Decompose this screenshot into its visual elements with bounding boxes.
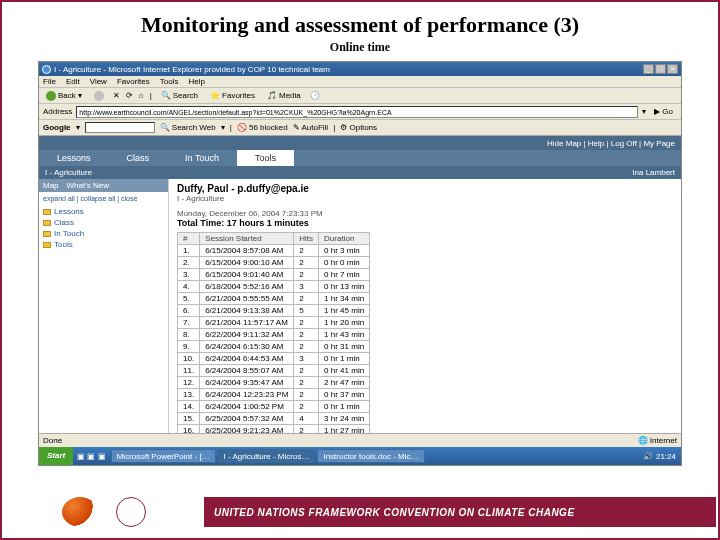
taskbar-item-2[interactable]: I - Agriculture - Micros… xyxy=(218,449,316,463)
slide-subtitle: Online time xyxy=(2,40,718,61)
table-row: 7.6/21/2004 11:57:17 AM21 hr 20 min xyxy=(178,317,370,329)
table-row: 3.6/15/2004 9:01:40 AM20 hr 7 min xyxy=(178,269,370,281)
sessions-table: # Session Started Hits Duration 1.6/15/2… xyxy=(177,232,370,433)
table-row: 4.6/18/2004 5:52:16 AM30 hr 13 min xyxy=(178,281,370,293)
autofill-button[interactable]: ✎ AutoFill xyxy=(293,123,328,132)
slide-title: Monitoring and assessment of performance… xyxy=(2,2,718,40)
table-row: 12.6/24/2004 9:35:47 AM22 hr 47 min xyxy=(178,377,370,389)
table-row: 1.6/15/2004 8:57:08 AM20 hr 3 min xyxy=(178,245,370,257)
table-row: 2.6/15/2004 9:00:10 AM20 hr 0 min xyxy=(178,257,370,269)
breadcrumb-bar: I - Agriculture Ina Lambert xyxy=(39,166,681,179)
breadcrumb-course: I - Agriculture xyxy=(45,168,92,177)
sidebar-controls[interactable]: expand all | collapse all | close xyxy=(43,195,164,202)
status-text: Done xyxy=(43,436,62,445)
content-area: Map What's New expand all | collapse all… xyxy=(39,179,681,433)
main-pane: Duffy, Paul - p.duffy@epa.ie I - Agricul… xyxy=(169,179,681,433)
folder-icon xyxy=(43,220,51,226)
status-bar: Done 🌐 Internet xyxy=(39,433,681,447)
table-row: 8.6/22/2004 9:11:32 AM21 hr 43 min xyxy=(178,329,370,341)
menu-bar: File Edit View Favorites Tools Help xyxy=(39,76,681,88)
col-hits: Hits xyxy=(294,233,319,245)
quicklaunch[interactable]: ▣ ▣ ▣ xyxy=(73,452,109,461)
un-logo-icon xyxy=(116,497,146,527)
menu-view[interactable]: View xyxy=(90,77,107,86)
sidebar-item-class[interactable]: Class xyxy=(43,217,164,228)
popup-blocked[interactable]: 🚫 56 blocked xyxy=(237,123,288,132)
google-options[interactable]: ⚙ Options xyxy=(340,123,377,132)
breadcrumb-user: Ina Lambert xyxy=(632,168,675,177)
window-title: I - Agriculture - Microsoft Internet Exp… xyxy=(54,65,330,74)
history-icon[interactable]: 🕑 xyxy=(310,91,320,100)
maximize-button[interactable]: □ xyxy=(655,64,666,74)
tray-icon[interactable]: 🔊 xyxy=(643,452,653,461)
google-logo: Google xyxy=(43,123,71,132)
col-started: Session Started xyxy=(200,233,294,245)
taskbar-item-1[interactable]: Microsoft PowerPoint - [… xyxy=(111,449,216,463)
go-button[interactable]: ▶ Go xyxy=(650,107,677,116)
menu-edit[interactable]: Edit xyxy=(66,77,80,86)
start-button[interactable]: Start xyxy=(39,447,73,465)
col-duration: Duration xyxy=(319,233,370,245)
col-num: # xyxy=(178,233,200,245)
window-titlebar: I - Agriculture - Microsoft Internet Exp… xyxy=(39,62,681,76)
minimize-button[interactable]: _ xyxy=(643,64,654,74)
taskbar-item-3[interactable]: Instructor tools.doc - Mic… xyxy=(317,449,424,463)
tab-class[interactable]: Class xyxy=(109,150,168,166)
google-search-input[interactable] xyxy=(85,122,155,133)
slide-footer: UNITED NATIONS FRAMEWORK CONVENTION ON C… xyxy=(4,494,716,530)
table-row: 11.6/24/2004 8:55:07 AM20 hr 41 min xyxy=(178,365,370,377)
folder-icon xyxy=(43,242,51,248)
slide-frame: Monitoring and assessment of performance… xyxy=(0,0,720,540)
search-button[interactable]: 🔍Search xyxy=(158,91,201,100)
browser-window: I - Agriculture - Microsoft Internet Exp… xyxy=(38,61,682,466)
menu-file[interactable]: File xyxy=(43,77,56,86)
favorites-button[interactable]: ⭐Favorites xyxy=(207,91,258,100)
footer-text: UNITED NATIONS FRAMEWORK CONVENTION ON C… xyxy=(204,497,716,527)
toolbar: Back ▾ ✕ ⟳ ⌂ | 🔍Search ⭐Favorites 🎵Media… xyxy=(39,88,681,104)
total-time: Total Time: 17 hours 1 minutes xyxy=(177,218,673,228)
table-row: 9.6/24/2004 6:15:30 AM20 hr 31 min xyxy=(178,341,370,353)
table-row: 10.6/24/2004 6:44:53 AM30 hr 1 min xyxy=(178,353,370,365)
refresh-icon[interactable]: ⟳ xyxy=(126,91,133,100)
menu-favorites[interactable]: Favorites xyxy=(117,77,150,86)
table-row: 16.6/25/2004 9:21:23 AM21 hr 27 min xyxy=(178,425,370,434)
table-row: 13.6/24/2004 12:23:23 PM20 hr 37 min xyxy=(178,389,370,401)
report-date: Monday, December 06, 2004 7:23:33 PM xyxy=(177,209,673,218)
system-tray[interactable]: 🔊 21:24 xyxy=(638,452,681,461)
media-button[interactable]: 🎵Media xyxy=(264,91,304,100)
sidebar-tab-map[interactable]: Map xyxy=(43,181,59,190)
address-input[interactable]: http://www.earthcouncil.com/ANGEL/sectio… xyxy=(76,106,638,118)
user-name: Duffy, Paul - p.duffy@epa.ie xyxy=(177,183,673,194)
table-row: 15.6/25/2004 5:57:32 AM43 hr 24 min xyxy=(178,413,370,425)
top-nav: Hide Map | Help | Log Off | My Page xyxy=(39,136,681,150)
folder-icon xyxy=(43,209,51,215)
tab-lessons[interactable]: Lessons xyxy=(39,150,109,166)
tab-tools[interactable]: Tools xyxy=(237,150,294,166)
address-label: Address xyxy=(43,107,72,116)
menu-tools[interactable]: Tools xyxy=(160,77,179,86)
table-row: 6.6/21/2004 9:13:38 AM51 hr 45 min xyxy=(178,305,370,317)
sidebar-item-intouch[interactable]: In Touch xyxy=(43,228,164,239)
sidebar-tab-whatsnew[interactable]: What's New xyxy=(67,181,109,190)
menu-help[interactable]: Help xyxy=(188,77,204,86)
sidebar: Map What's New expand all | collapse all… xyxy=(39,179,169,433)
sidebar-item-lessons[interactable]: Lessons xyxy=(43,206,164,217)
stop-icon[interactable]: ✕ xyxy=(113,91,120,100)
course-name: I - Agriculture xyxy=(177,194,673,203)
google-toolbar: Google ▾ 🔍 Search Web ▾ | 🚫 56 blocked ✎… xyxy=(39,120,681,136)
folder-icon xyxy=(43,231,51,237)
footer-logos xyxy=(4,497,204,527)
taskbar: Start ▣ ▣ ▣ Microsoft PowerPoint - [… I … xyxy=(39,447,681,465)
tab-in-touch[interactable]: In Touch xyxy=(167,150,237,166)
top-nav-links[interactable]: Hide Map | Help | Log Off | My Page xyxy=(547,139,675,148)
tab-strip: Lessons Class In Touch Tools xyxy=(39,150,681,166)
back-button[interactable]: Back ▾ xyxy=(43,91,85,101)
home-icon[interactable]: ⌂ xyxy=(139,91,144,100)
table-row: 14.6/24/2004 1:00:52 PM20 hr 1 min xyxy=(178,401,370,413)
close-button[interactable]: × xyxy=(667,64,678,74)
google-search-web[interactable]: 🔍 Search Web xyxy=(160,123,216,132)
forward-button[interactable] xyxy=(91,91,107,101)
sidebar-item-tools[interactable]: Tools xyxy=(43,239,164,250)
ie-icon xyxy=(42,65,51,74)
address-bar: Address http://www.earthcouncil.com/ANGE… xyxy=(39,104,681,120)
